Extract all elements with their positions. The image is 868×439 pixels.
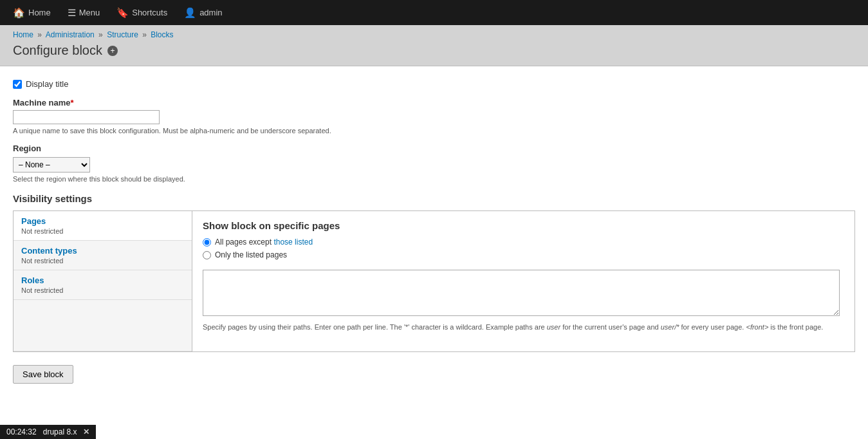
visibility-panel: Pages Not restricted Content types Not r… [13,210,855,352]
nav-shortcuts[interactable]: 🔖 Shortcuts [110,0,174,25]
visibility-section-title: Visibility settings [13,193,855,204]
home-icon: 🏠 [13,7,25,19]
radio-all-pages-input[interactable] [203,238,211,247]
nav-menu-label: Menu [79,8,100,17]
add-shortcut-icon[interactable]: + [107,46,118,56]
vis-sidebar-content-types[interactable]: Content types Not restricted [14,241,192,270]
save-block-button[interactable]: Save block [13,365,73,384]
breadcrumb-structure[interactable]: Structure [107,30,138,39]
vis-help-text: Specify pages by using their paths. Ente… [203,322,844,333]
vis-sidebar-roles-sub: Not restricted [21,286,184,294]
radio-only-listed-input[interactable] [203,251,211,259]
admin-icon: 👤 [184,7,196,19]
vis-sidebar-pages-title: Pages [21,216,184,226]
nav-home-label: Home [28,8,51,17]
display-title-checkbox[interactable] [13,80,22,89]
vis-sidebar-content-types-sub: Not restricted [21,257,184,265]
vis-sidebar-pages[interactable]: Pages Not restricted [14,211,192,241]
main-content: Display title Machine name* A unique nam… [0,66,868,397]
breadcrumb-home[interactable]: Home [13,30,33,39]
shortcuts-icon: 🔖 [116,7,129,19]
machine-name-label: Machine name* [13,98,855,107]
vis-sidebar-roles[interactable]: Roles Not restricted [14,270,192,300]
vis-sidebar-content-types-title: Content types [21,246,184,256]
breadcrumb-area: Home » Administration » Structure » Bloc… [0,25,868,66]
vis-main: Show block on specific pages All pages e… [192,211,854,351]
machine-name-help: A unique name to save this block configu… [13,127,855,135]
breadcrumb: Home » Administration » Structure » Bloc… [13,30,855,39]
menu-icon: ☰ [68,7,76,19]
vis-main-title: Show block on specific pages [203,220,844,231]
region-select[interactable]: – None – [13,157,90,173]
radio-all-pages-label: All pages except those listed [215,238,313,247]
vis-sidebar-pages-sub: Not restricted [21,227,184,235]
radio-only-listed-label: Only the listed pages [215,250,287,259]
those-listed-link[interactable]: those listed [273,238,313,247]
display-title-label: Display title [26,79,68,89]
page-title: Configure block + [13,43,855,58]
breadcrumb-blocks[interactable]: Blocks [151,30,173,39]
vis-sidebar: Pages Not restricted Content types Not r… [14,211,192,351]
breadcrumb-administration[interactable]: Administration [46,30,95,39]
display-title-checkbox-label[interactable]: Display title [13,79,855,89]
region-label: Region [13,144,855,153]
topbar: 🏠 Home ☰ Menu 🔖 Shortcuts 👤 admin [0,0,868,25]
vis-sidebar-empty [14,300,192,351]
nav-menu[interactable]: ☰ Menu [61,0,107,25]
vis-sidebar-roles-title: Roles [21,276,184,285]
region-select-wrapper: – None – [13,157,855,173]
nav-admin[interactable]: 👤 admin [178,0,228,25]
machine-name-group: Machine name* A unique name to save this… [13,98,855,135]
nav-home[interactable]: 🏠 Home [6,0,57,25]
nav-admin-label: admin [199,8,222,17]
region-help: Select the region where this block shoul… [13,175,855,183]
radio-only-listed: Only the listed pages [203,250,844,259]
radio-all-pages: All pages except those listed [203,238,844,247]
pages-textarea[interactable] [203,270,840,316]
machine-name-input[interactable] [13,110,160,124]
nav-shortcuts-label: Shortcuts [132,8,167,17]
region-group: Region – None – Select the region where … [13,144,855,183]
